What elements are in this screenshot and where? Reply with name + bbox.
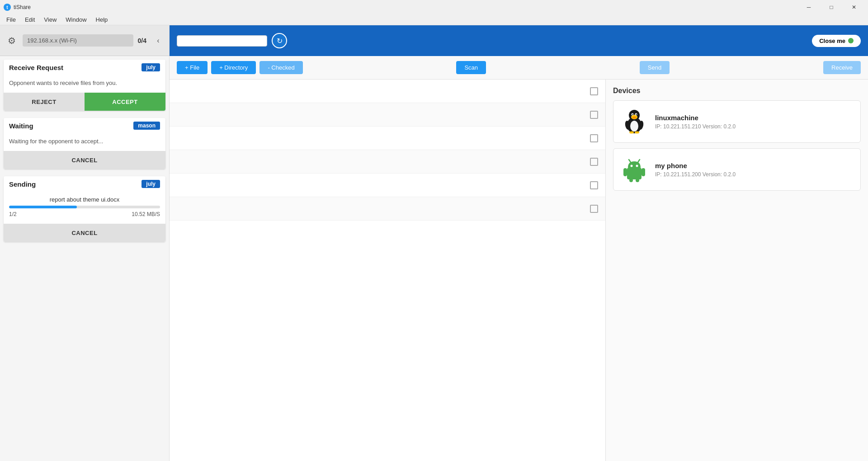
file-row [170, 150, 605, 174]
file-checkbox-2[interactable] [590, 111, 598, 119]
file-row [170, 80, 605, 103]
remove-checked-button[interactable]: - Checked [259, 61, 302, 74]
send-button[interactable]: Send [640, 61, 670, 74]
device-linuxmachine[interactable]: linuxmachine IP: 10.221.151.210 Version:… [613, 100, 861, 143]
ip-dropdown[interactable] [177, 35, 267, 47]
menu-help[interactable]: Help [91, 15, 113, 24]
device-linuxmachine-info: linuxmachine IP: 10.221.151.210 Version:… [655, 114, 853, 130]
svg-rect-13 [627, 168, 642, 179]
receive-request-actions: REJECT ACCEPT [4, 93, 165, 111]
waiting-header: Waiting mason [4, 118, 165, 133]
minimize-button[interactable]: ─ [798, 0, 819, 14]
close-button[interactable]: ✕ [844, 0, 864, 14]
receive-request-card: Receive Request july Opponent wants to r… [4, 60, 165, 111]
menu-window[interactable]: Window [61, 15, 91, 24]
close-me-label: Close me [819, 38, 845, 44]
waiting-actions: CANCEL [4, 151, 165, 169]
sending-header: Sending july [4, 176, 165, 192]
collapse-button[interactable]: ‹ [153, 35, 164, 46]
sending-title: Sending [9, 180, 36, 188]
app-icon: t [4, 4, 11, 11]
menu-file[interactable]: File [2, 15, 20, 24]
maximize-button[interactable]: □ [821, 0, 842, 14]
file-row [170, 127, 605, 150]
scan-button[interactable]: Scan [456, 61, 486, 74]
android-avatar [621, 156, 648, 183]
add-directory-button[interactable]: + Directory [211, 61, 256, 74]
waiting-badge: mason [133, 122, 160, 130]
device-linuxmachine-name: linuxmachine [655, 114, 853, 122]
svg-point-15 [636, 165, 638, 167]
accept-button[interactable]: ACCEPT [85, 93, 165, 111]
device-myphone-info: my phone IP: 10.221.151.200 Version: 0.2… [655, 162, 853, 178]
title-bar: t tiShare ─ □ ✕ [0, 0, 868, 14]
svg-rect-19 [642, 168, 645, 176]
svg-rect-20 [629, 179, 633, 182]
file-toolbar: + File + Directory - Checked Scan Send R… [170, 56, 868, 80]
tux-icon [622, 109, 647, 134]
app-title: tiShare [14, 4, 798, 10]
svg-point-7 [636, 114, 637, 115]
menu-view[interactable]: View [39, 15, 61, 24]
sending-body: report about theme ui.docx 1/2 10.52 MB/… [4, 192, 165, 224]
receive-request-title: Receive Request [9, 64, 63, 71]
sending-progress-fill [9, 206, 77, 208]
file-checkbox-5[interactable] [590, 181, 598, 189]
gear-icon[interactable]: ⚙ [5, 34, 18, 47]
receive-request-badge: july [142, 63, 160, 71]
ip-display: 192.168.x.x (Wi-Fi) [23, 34, 133, 47]
receive-request-header: Receive Request july [4, 60, 165, 75]
sending-progress-bar [9, 206, 160, 208]
file-checkbox-4[interactable] [590, 158, 598, 166]
svg-line-17 [638, 160, 640, 162]
file-list-area: Devices [170, 80, 868, 461]
sending-card: Sending july report about theme ui.docx … [4, 176, 165, 242]
window-controls: ─ □ ✕ [798, 0, 864, 14]
sending-fraction: 1/2 [9, 211, 17, 217]
sending-progress-info: 1/2 10.52 MB/S [9, 211, 160, 217]
svg-point-9 [629, 132, 634, 134]
file-checkbox-6[interactable] [590, 205, 598, 213]
app-container: ⚙ 192.168.x.x (Wi-Fi) 0/4 ‹ Receive Requ… [0, 25, 868, 461]
waiting-title: Waiting [9, 122, 33, 130]
devices-panel: Devices [606, 80, 868, 461]
svg-rect-21 [636, 179, 639, 182]
waiting-cancel-button[interactable]: CANCEL [4, 151, 165, 169]
sending-cancel-button[interactable]: CANCEL [4, 224, 165, 242]
file-checkbox-3[interactable] [590, 134, 598, 142]
file-row [170, 174, 605, 197]
add-file-button[interactable]: + File [177, 61, 208, 74]
svg-line-16 [629, 160, 631, 162]
svg-point-14 [631, 165, 633, 167]
close-me-button[interactable]: Close me [812, 35, 861, 47]
svg-point-10 [635, 132, 639, 134]
svg-point-1 [630, 121, 638, 132]
android-icon [622, 157, 647, 182]
device-myphone-ip: IP: 10.221.151.200 Version: 0.2.0 [655, 171, 853, 178]
devices-title: Devices [613, 87, 861, 95]
refresh-button[interactable]: ↻ [272, 33, 287, 48]
reject-button[interactable]: REJECT [4, 93, 85, 111]
svg-point-8 [632, 117, 636, 119]
sidebar: ⚙ 192.168.x.x (Wi-Fi) 0/4 ‹ Receive Requ… [0, 25, 170, 461]
svg-rect-18 [623, 168, 627, 176]
svg-point-6 [632, 114, 633, 115]
device-myphone-name: my phone [655, 162, 853, 169]
sending-speed: 10.52 MB/S [132, 211, 160, 217]
receive-button[interactable]: Receive [823, 61, 861, 74]
linux-avatar [621, 108, 648, 135]
menu-edit[interactable]: Edit [20, 15, 39, 24]
sending-filename: report about theme ui.docx [9, 196, 160, 203]
sending-actions: CANCEL [4, 224, 165, 242]
file-checkbox-1[interactable] [590, 87, 598, 95]
counter-badge: 0/4 [138, 37, 146, 44]
main-content: ↻ Close me + File + Directory - Checked … [170, 25, 868, 461]
waiting-body: Waiting for the opponent to accept... [4, 133, 165, 151]
device-linuxmachine-ip: IP: 10.221.151.210 Version: 0.2.0 [655, 123, 853, 130]
close-me-dot [848, 38, 854, 43]
waiting-card: Waiting mason Waiting for the opponent t… [4, 118, 165, 169]
device-myphone[interactable]: my phone IP: 10.221.151.200 Version: 0.2… [613, 148, 861, 191]
top-bar: ↻ Close me [170, 25, 868, 56]
sending-badge: july [142, 180, 160, 188]
menu-bar: File Edit View Window Help [0, 14, 868, 25]
